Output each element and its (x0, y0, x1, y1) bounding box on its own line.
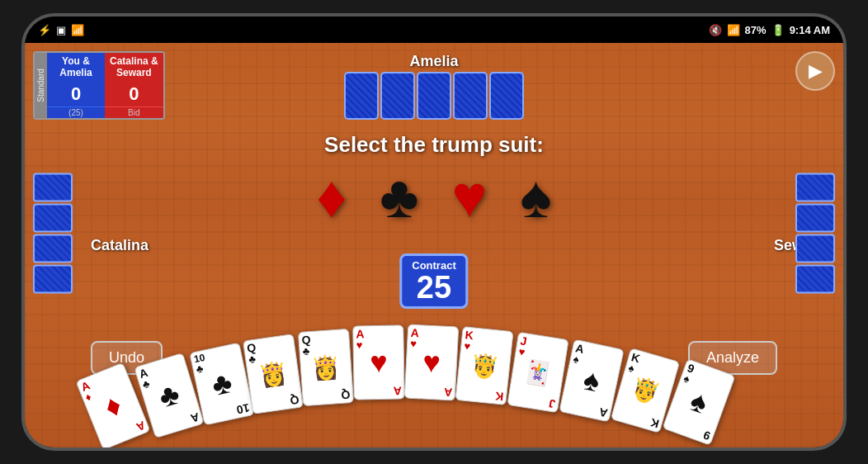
card-back (380, 72, 415, 120)
hand-card-6[interactable]: A ♥ ♥ A (352, 324, 405, 400)
phone-frame: ⚡ ▣ 📶 🔇 📶 87% 🔋 9:14 AM Standard You &Am… (21, 13, 847, 451)
suit-diamonds[interactable]: ♦ (317, 167, 347, 226)
card-back (795, 203, 835, 232)
player-hand: A ♦ ♦ A A ♣ ♣ A 10 ♣ ♣ 10 Q ♣ (63, 340, 805, 447)
amelia-hand (344, 72, 524, 120)
catalina-hand (33, 173, 73, 293)
card-back (33, 264, 73, 293)
card-back (344, 72, 379, 120)
side-label: Standard (35, 53, 47, 118)
settings-button[interactable]: ▶ (795, 51, 835, 91)
status-right: 🔇 📶 87% 🔋 9:14 AM (709, 24, 830, 36)
clock: 9:14 AM (790, 24, 830, 36)
hand-card-7[interactable]: A ♥ ♥ A (404, 324, 460, 400)
suit-hearts[interactable]: ♥ (452, 167, 488, 226)
trump-suits: ♦ ♣ ♥ ♠ (317, 167, 552, 226)
status-left: ⚡ ▣ 📶 (38, 24, 84, 36)
card-back (453, 72, 488, 120)
suit-spades[interactable]: ♠ (520, 167, 551, 226)
wifi-icon: 📶 (71, 24, 84, 36)
team2-score: Catalina &Seward 0 Bid (105, 53, 163, 118)
battery-icon: 🔋 (771, 24, 785, 36)
team1-value: 0 (47, 82, 105, 107)
card-back (795, 234, 835, 263)
team2-value: 0 (105, 82, 163, 107)
trump-title: Select the trump suit: (324, 132, 544, 158)
contract-badge: Contract 25 (399, 253, 468, 309)
signal-icon: 📶 (727, 24, 740, 36)
card-back (33, 234, 73, 263)
team2-header: Catalina &Seward (105, 53, 163, 82)
card-back (33, 173, 73, 201)
card-back (489, 72, 524, 120)
battery-percent: 87% (745, 24, 767, 36)
player-left-label: Catalina (91, 237, 149, 254)
usb-icon: ⚡ (38, 24, 51, 36)
status-bar: ⚡ ▣ 📶 🔇 📶 87% 🔋 9:14 AM (25, 17, 843, 43)
team1-score: You &Amelia 0 (25) (47, 53, 105, 118)
card-back (33, 203, 73, 232)
hand-card-9[interactable]: J ♥ 🃏 J (507, 332, 568, 414)
sim-icon: ▣ (56, 24, 66, 36)
seward-hand (795, 173, 835, 293)
game-area: Standard You &Amelia 0 (25) Catalina &Se… (25, 43, 843, 447)
team1-sub: (25) (47, 107, 105, 118)
card-back (795, 173, 835, 201)
team2-sub: Bid (105, 107, 163, 118)
card-back (417, 72, 451, 120)
contract-number: 25 (412, 272, 455, 303)
team1-header: You &Amelia (47, 53, 105, 82)
hand-card-8[interactable]: K ♥ 🤴 K (455, 326, 513, 405)
settings-icon: ▶ (809, 60, 823, 82)
card-back (795, 264, 835, 293)
hand-card-4[interactable]: Q ♣ 👸 Q (243, 334, 304, 414)
score-board: Standard You &Amelia 0 (25) Catalina &Se… (33, 51, 165, 120)
player-top-label: Amelia (409, 53, 458, 70)
suit-clubs[interactable]: ♣ (380, 167, 418, 226)
hand-card-5[interactable]: Q ♣ 👸 Q (298, 329, 354, 406)
mute-icon: 🔇 (709, 24, 722, 36)
